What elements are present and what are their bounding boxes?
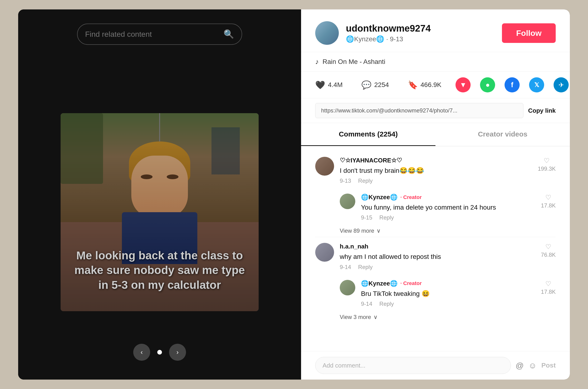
creator-badge-2: · Creator (400, 280, 422, 287)
username: udontknowme9274 (346, 23, 495, 34)
reply-reply-button-2[interactable]: Reply (379, 301, 394, 307)
view-more-replies-button[interactable]: View 89 more ∨ (301, 225, 570, 237)
search-bar: 🔍 (77, 24, 242, 45)
bookmarks-count: 466.9K (421, 81, 442, 89)
search-input[interactable] (85, 30, 220, 39)
carousel-controls: ‹ › (133, 344, 186, 361)
comment-date: 9-13 (340, 178, 351, 184)
music-info: ♪ Rain On Me - Ashanti (301, 52, 570, 72)
share-button-whatsapp[interactable]: ● (480, 77, 495, 93)
music-icon: ♪ (315, 58, 319, 66)
facebook-icon: f (511, 81, 513, 89)
reply-like-icon-2[interactable]: ♡ (545, 280, 551, 288)
avatar (315, 21, 339, 45)
comment-icon: 💬 (361, 80, 371, 90)
reply-meta-2: 9-14 Reply (361, 301, 535, 307)
comment-text-2: why am I not allowed to repost this (340, 252, 535, 261)
left-panel: 🔍 (18, 9, 301, 380)
add-comment-row: Add comment... @ ☺ Post (301, 351, 570, 380)
reply-date: 9-15 (361, 214, 372, 221)
bookmarks-group: 🔖 466.9K (408, 80, 442, 90)
kitchen-scene: Me looking back at the class to make sur… (61, 113, 259, 311)
comments-section: ♡☆IYAHNACORE☆♡ I don't trust my brain😂😂😂… (301, 146, 570, 351)
share-button-telegram[interactable]: ✈ (554, 77, 569, 93)
share-button-facebook[interactable]: f (505, 77, 520, 93)
comment-body: ♡☆IYAHNACORE☆♡ I don't trust my brain😂😂😂… (340, 157, 532, 184)
copy-link-row: https://www.tiktok.com/@udontknowme9274/… (301, 98, 570, 123)
reply-reply-button[interactable]: Reply (379, 214, 394, 221)
right-panel: udontknowme9274 🌐Kynzee🌐 · 9-13 Follow ♪… (301, 9, 570, 380)
pinterest-icon: ▼ (459, 81, 467, 89)
reply-avatar-2 (340, 280, 355, 295)
chevron-down-icon-2: ∨ (373, 314, 378, 320)
actions-row: 🖤 4.4M 💬 2254 🔖 466.9K ▼ ● f (301, 72, 570, 98)
comment-reply-button[interactable]: Reply (358, 178, 372, 184)
reply-like-count: 17.8K (541, 202, 556, 209)
video-image: Me looking back at the class to make sur… (61, 113, 259, 311)
reply-item: 🌐Kynzee🌐 · Creator You funny, ima delete… (301, 190, 570, 225)
telegram-icon: ✈ (558, 81, 564, 89)
reply-username: 🌐Kynzee🌐 (361, 194, 397, 201)
emoji-icon[interactable]: ☺ (529, 361, 537, 370)
reply-body: 🌐Kynzee🌐 · Creator You funny, ima delete… (361, 194, 535, 221)
share-button-twitter[interactable]: 𝕏 (529, 77, 544, 93)
at-icon[interactable]: @ (516, 361, 524, 370)
tab-creator-videos[interactable]: Creator videos (435, 123, 570, 146)
comment-like-icon[interactable]: ♡ (544, 157, 550, 164)
tab-comments[interactable]: Comments (2254) (301, 123, 435, 146)
bookmark-icon: 🔖 (408, 80, 418, 90)
user-subtitle: 🌐Kynzee🌐 · 9-13 (346, 35, 495, 43)
link-display: https://www.tiktok.com/@udontknowme9274/… (315, 103, 523, 118)
comments-count: 2254 (374, 81, 389, 89)
comment-item-2: h.a.n_nah why am I not allowed to repost… (301, 237, 570, 276)
reply-avatar (340, 194, 355, 209)
profile-info: udontknowme9274 🌐Kynzee🌐 · 9-13 (346, 23, 495, 43)
comment-avatar-2 (315, 243, 334, 262)
main-container: 🔍 (18, 9, 570, 380)
add-comment-input[interactable]: Add comment... (315, 357, 511, 374)
comment-like-count: 199.3K (538, 165, 556, 172)
reply-body-2: 🌐Kynzee🌐 · Creator Bru TikTok tweaking 😆… (361, 280, 535, 307)
reply-like-group: ♡ 17.8K (541, 194, 556, 221)
view-more-text-2: View 3 more (340, 314, 371, 320)
reply-meta: 9-15 Reply (361, 214, 535, 221)
comment-avatar (315, 157, 334, 176)
view-more-replies-button-2[interactable]: View 3 more ∨ (301, 311, 570, 323)
reply-date-2: 9-14 (361, 301, 372, 307)
video-area: Me looking back at the class to make sur… (18, 45, 301, 380)
comment-like-group: ♡ 199.3K (538, 157, 556, 184)
comment-reply-button-2[interactable]: Reply (358, 264, 372, 270)
like-icon: 🖤 (315, 80, 325, 90)
reply-username-2: 🌐Kynzee🌐 (361, 280, 397, 287)
carousel-next-icon: › (176, 349, 178, 356)
copy-link-button[interactable]: Copy link (528, 107, 556, 114)
comment-meta: 9-13 Reply (340, 178, 532, 184)
comment-body-2: h.a.n_nah why am I not allowed to repost… (340, 243, 535, 270)
profile-header: udontknowme9274 🌐Kynzee🌐 · 9-13 Follow (301, 9, 570, 52)
comment-like-count-2: 76.8K (541, 252, 556, 258)
add-comment-placeholder: Add comment... (323, 362, 365, 369)
carousel-prev-button[interactable]: ‹ (133, 344, 150, 361)
carousel-next-button[interactable]: › (169, 344, 186, 361)
comment-meta-2: 9-14 Reply (340, 264, 535, 270)
reply-like-group-2: ♡ 17.8K (541, 280, 556, 307)
carousel-dot (157, 350, 162, 355)
chevron-down-icon: ∨ (377, 227, 381, 234)
search-icon: 🔍 (224, 29, 234, 39)
reply-text-2: Bru TikTok tweaking 😆 (361, 289, 535, 298)
reply-like-count-2: 17.8K (541, 289, 556, 295)
share-button-pinterest[interactable]: ▼ (456, 77, 471, 93)
view-more-text: View 89 more (340, 227, 374, 234)
whatsapp-icon: ● (486, 81, 490, 89)
comment-item: ♡☆IYAHNACORE☆♡ I don't trust my brain😂😂😂… (301, 151, 570, 190)
comment-date-2: 9-14 (340, 264, 351, 270)
reply-item-2: 🌐Kynzee🌐 · Creator Bru TikTok tweaking 😆… (301, 276, 570, 311)
post-button[interactable]: Post (541, 362, 556, 369)
comment-username: ♡☆IYAHNACORE☆♡ (340, 157, 532, 164)
comment-like-icon-2[interactable]: ♡ (545, 243, 551, 251)
twitter-icon: 𝕏 (534, 81, 539, 89)
follow-button[interactable]: Follow (502, 23, 556, 43)
creator-badge: · Creator (400, 194, 422, 200)
comment-text: I don't trust my brain😂😂😂 (340, 166, 532, 175)
reply-like-icon[interactable]: ♡ (545, 194, 551, 201)
